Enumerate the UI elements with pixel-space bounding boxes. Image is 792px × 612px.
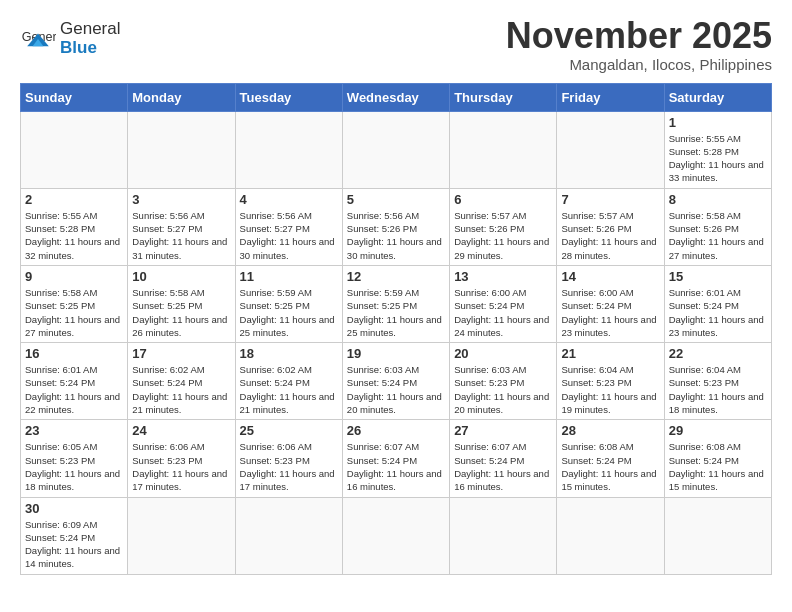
day-info: Sunrise: 5:58 AMSunset: 5:26 PMDaylight:… [669,209,767,262]
day-info: Sunrise: 5:57 AMSunset: 5:26 PMDaylight:… [454,209,552,262]
calendar-cell: 28Sunrise: 6:08 AMSunset: 5:24 PMDayligh… [557,420,664,497]
day-info: Sunrise: 6:09 AMSunset: 5:24 PMDaylight:… [25,518,123,571]
calendar-cell: 19Sunrise: 6:03 AMSunset: 5:24 PMDayligh… [342,343,449,420]
sunrise-text: Sunrise: 6:07 AM [454,441,526,452]
calendar-cell [450,111,557,188]
daylight-text: Daylight: 11 hours and 31 minutes. [132,236,227,260]
daylight-text: Daylight: 11 hours and 23 minutes. [669,314,764,338]
sunset-text: Sunset: 5:24 PM [240,377,310,388]
sunset-text: Sunset: 5:24 PM [454,455,524,466]
daylight-text: Daylight: 11 hours and 19 minutes. [561,391,656,415]
daylight-text: Daylight: 11 hours and 15 minutes. [669,468,764,492]
sunset-text: Sunset: 5:24 PM [25,532,95,543]
calendar-cell: 15Sunrise: 6:01 AMSunset: 5:24 PMDayligh… [664,265,771,342]
calendar-cell: 13Sunrise: 6:00 AMSunset: 5:24 PMDayligh… [450,265,557,342]
sunrise-text: Sunrise: 6:08 AM [561,441,633,452]
sunrise-text: Sunrise: 6:01 AM [25,364,97,375]
daylight-text: Daylight: 11 hours and 30 minutes. [347,236,442,260]
sunset-text: Sunset: 5:26 PM [669,223,739,234]
sunset-text: Sunset: 5:24 PM [454,300,524,311]
sunset-text: Sunset: 5:24 PM [132,377,202,388]
daylight-text: Daylight: 11 hours and 24 minutes. [454,314,549,338]
sunset-text: Sunset: 5:23 PM [561,377,631,388]
daylight-text: Daylight: 11 hours and 23 minutes. [561,314,656,338]
calendar-cell: 2Sunrise: 5:55 AMSunset: 5:28 PMDaylight… [21,188,128,265]
day-info: Sunrise: 5:59 AMSunset: 5:25 PMDaylight:… [347,286,445,339]
day-number: 3 [132,192,230,207]
calendar-row: 23Sunrise: 6:05 AMSunset: 5:23 PMDayligh… [21,420,772,497]
day-number: 21 [561,346,659,361]
daylight-text: Daylight: 11 hours and 20 minutes. [347,391,442,415]
day-info: Sunrise: 6:07 AMSunset: 5:24 PMDaylight:… [347,440,445,493]
calendar-row: 1Sunrise: 5:55 AMSunset: 5:28 PMDaylight… [21,111,772,188]
header-tuesday: Tuesday [235,83,342,111]
calendar-cell: 22Sunrise: 6:04 AMSunset: 5:23 PMDayligh… [664,343,771,420]
calendar-header-row: Sunday Monday Tuesday Wednesday Thursday… [21,83,772,111]
sunset-text: Sunset: 5:26 PM [561,223,631,234]
logo-general: General [60,20,120,39]
day-info: Sunrise: 5:58 AMSunset: 5:25 PMDaylight:… [25,286,123,339]
day-info: Sunrise: 5:59 AMSunset: 5:25 PMDaylight:… [240,286,338,339]
calendar-cell: 8Sunrise: 5:58 AMSunset: 5:26 PMDaylight… [664,188,771,265]
day-number: 15 [669,269,767,284]
daylight-text: Daylight: 11 hours and 17 minutes. [132,468,227,492]
sunset-text: Sunset: 5:24 PM [669,300,739,311]
calendar-cell: 7Sunrise: 5:57 AMSunset: 5:26 PMDaylight… [557,188,664,265]
sunrise-text: Sunrise: 6:08 AM [669,441,741,452]
calendar-cell: 18Sunrise: 6:02 AMSunset: 5:24 PMDayligh… [235,343,342,420]
sunset-text: Sunset: 5:28 PM [25,223,95,234]
calendar-cell [235,111,342,188]
sunrise-text: Sunrise: 5:57 AM [561,210,633,221]
sunrise-text: Sunrise: 5:59 AM [240,287,312,298]
day-number: 4 [240,192,338,207]
day-info: Sunrise: 6:08 AMSunset: 5:24 PMDaylight:… [561,440,659,493]
daylight-text: Daylight: 11 hours and 28 minutes. [561,236,656,260]
calendar-cell: 11Sunrise: 5:59 AMSunset: 5:25 PMDayligh… [235,265,342,342]
logo-blue: Blue [60,39,120,58]
daylight-text: Daylight: 11 hours and 14 minutes. [25,545,120,569]
logo: General General Blue [20,20,120,57]
day-number: 22 [669,346,767,361]
location-subtitle: Mangaldan, Ilocos, Philippines [506,56,772,73]
header-saturday: Saturday [664,83,771,111]
month-title: November 2025 [506,16,772,56]
day-number: 23 [25,423,123,438]
sunrise-text: Sunrise: 5:58 AM [132,287,204,298]
sunrise-text: Sunrise: 5:58 AM [25,287,97,298]
day-number: 25 [240,423,338,438]
sunrise-text: Sunrise: 5:57 AM [454,210,526,221]
calendar-cell [235,497,342,574]
day-number: 14 [561,269,659,284]
sunrise-text: Sunrise: 5:56 AM [132,210,204,221]
day-info: Sunrise: 6:02 AMSunset: 5:24 PMDaylight:… [132,363,230,416]
sunrise-text: Sunrise: 6:01 AM [669,287,741,298]
day-number: 18 [240,346,338,361]
title-area: November 2025 Mangaldan, Ilocos, Philipp… [506,16,772,73]
day-number: 2 [25,192,123,207]
day-number: 20 [454,346,552,361]
sunset-text: Sunset: 5:28 PM [669,146,739,157]
calendar-cell [557,111,664,188]
day-number: 11 [240,269,338,284]
logo-icon: General [20,21,56,57]
sunrise-text: Sunrise: 6:07 AM [347,441,419,452]
calendar-cell [21,111,128,188]
day-number: 17 [132,346,230,361]
calendar-cell: 16Sunrise: 6:01 AMSunset: 5:24 PMDayligh… [21,343,128,420]
calendar-cell: 4Sunrise: 5:56 AMSunset: 5:27 PMDaylight… [235,188,342,265]
calendar-cell [342,497,449,574]
day-number: 24 [132,423,230,438]
calendar-row: 30Sunrise: 6:09 AMSunset: 5:24 PMDayligh… [21,497,772,574]
sunrise-text: Sunrise: 6:00 AM [561,287,633,298]
sunrise-text: Sunrise: 6:03 AM [454,364,526,375]
calendar-cell [128,497,235,574]
day-info: Sunrise: 6:01 AMSunset: 5:24 PMDaylight:… [25,363,123,416]
day-info: Sunrise: 6:02 AMSunset: 5:24 PMDaylight:… [240,363,338,416]
daylight-text: Daylight: 11 hours and 27 minutes. [669,236,764,260]
page: General General Blue November 2025 Manga… [0,0,792,587]
day-number: 9 [25,269,123,284]
calendar-cell: 26Sunrise: 6:07 AMSunset: 5:24 PMDayligh… [342,420,449,497]
daylight-text: Daylight: 11 hours and 20 minutes. [454,391,549,415]
header-friday: Friday [557,83,664,111]
day-info: Sunrise: 6:00 AMSunset: 5:24 PMDaylight:… [454,286,552,339]
